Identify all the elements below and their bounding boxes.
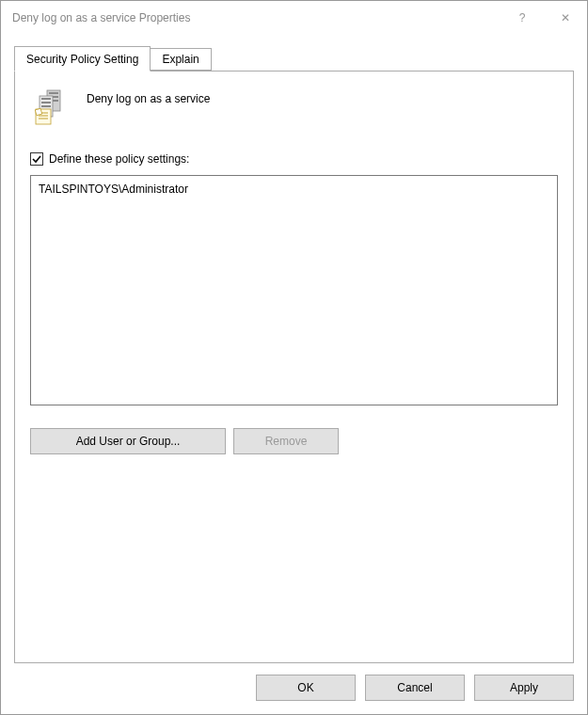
svg-rect-5 <box>41 98 51 100</box>
ok-button[interactable]: OK <box>256 675 356 701</box>
define-policy-checkbox-row: Define these policy settings: <box>26 152 562 166</box>
policy-header: Deny log on as a service <box>26 88 562 126</box>
users-listbox[interactable]: TAILSPINTOYS\Administrator <box>30 175 558 405</box>
close-icon: ✕ <box>561 11 570 24</box>
checkmark-icon <box>31 153 42 165</box>
help-icon: ? <box>519 11 526 24</box>
define-policy-label: Define these policy settings: <box>49 152 189 166</box>
cancel-button[interactable]: Cancel <box>365 675 465 701</box>
tabs: Security Policy Setting Explain <box>14 46 574 71</box>
help-button[interactable]: ? <box>501 1 544 35</box>
svg-rect-1 <box>49 92 58 94</box>
svg-rect-6 <box>41 102 51 103</box>
close-button[interactable]: ✕ <box>544 1 587 35</box>
dialog-buttons: OK Cancel Apply <box>1 663 587 714</box>
titlebar: Deny log on as a service Properties ? ✕ <box>1 1 587 35</box>
list-buttons: Add User or Group... Remove <box>30 428 562 454</box>
svg-rect-7 <box>41 105 51 107</box>
add-user-or-group-button[interactable]: Add User or Group... <box>30 428 226 454</box>
define-policy-checkbox[interactable] <box>30 152 43 166</box>
tab-panel-security: Deny log on as a service Define these po… <box>14 71 574 663</box>
list-item[interactable]: TAILSPINTOYS\Administrator <box>39 182 549 197</box>
tab-security-policy-setting[interactable]: Security Policy Setting <box>14 46 151 72</box>
content-area: Security Policy Setting Explain <box>1 35 587 663</box>
tab-explain[interactable]: Explain <box>151 48 211 71</box>
policy-icon <box>34 88 72 126</box>
svg-rect-12 <box>35 108 41 115</box>
remove-button[interactable]: Remove <box>233 428 339 454</box>
window-title: Deny log on as a service Properties <box>12 11 501 24</box>
policy-name: Deny log on as a service <box>87 88 210 105</box>
apply-button[interactable]: Apply <box>474 675 574 701</box>
